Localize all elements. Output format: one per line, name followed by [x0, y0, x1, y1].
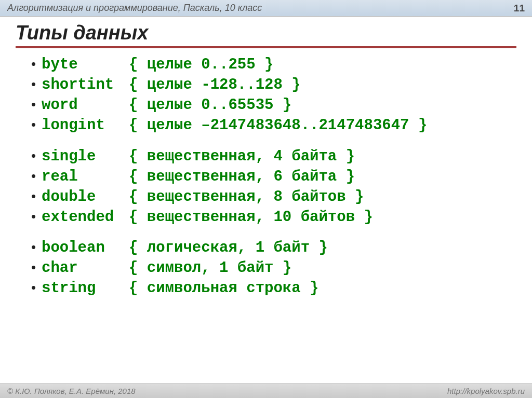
- type-row: • boolean { логическая, 1 байт }: [16, 238, 516, 258]
- type-row: • shortint { целые -128..128 }: [16, 75, 516, 95]
- bullet-icon: •: [31, 279, 42, 297]
- type-name: extended: [42, 207, 129, 227]
- bullet-icon: •: [31, 55, 42, 73]
- type-desc: { целые -128..128 }: [129, 75, 301, 95]
- bullet-icon: •: [31, 95, 42, 114]
- type-name: real: [42, 167, 129, 187]
- type-desc: { целые –2147483648..2147483647 }: [129, 115, 427, 135]
- type-row: • string { символьная строка }: [16, 278, 516, 298]
- type-group-other: • boolean { логическая, 1 байт } • char …: [16, 238, 516, 298]
- footer-copyright: © К.Ю. Поляков, Е.А. Ерёмин, 2018: [7, 387, 136, 395]
- type-name: double: [42, 187, 129, 207]
- footer-bar: © К.Ю. Поляков, Е.А. Ерёмин, 2018 http:/…: [0, 383, 532, 398]
- type-desc: { целые 0..255 }: [129, 54, 273, 75]
- type-desc: { символьная строка }: [129, 278, 318, 298]
- type-desc: { вещественная, 4 байта }: [129, 146, 355, 167]
- type-row: • extended { вещественная, 10 байтов }: [16, 207, 516, 227]
- type-name: shortint: [42, 75, 129, 95]
- type-row: • double { вещественная, 8 байтов }: [16, 187, 516, 207]
- type-row: • char { символ, 1 байт }: [16, 258, 516, 278]
- header-title: Алгоритмизация и программирование, Паска…: [7, 3, 262, 13]
- header-page-number: 11: [514, 3, 525, 14]
- type-desc: { вещественная, 10 байтов }: [129, 207, 373, 227]
- bullet-icon: •: [31, 75, 42, 93]
- type-row: • single { вещественная, 4 байта }: [16, 146, 516, 167]
- type-row: • word { целые 0..65535 }: [16, 95, 516, 115]
- type-name: string: [42, 278, 129, 298]
- type-name: word: [42, 95, 129, 115]
- type-row: • byte { целые 0..255 }: [16, 54, 516, 75]
- type-row: • longint { целые –2147483648..214748364…: [16, 115, 516, 135]
- footer-url: http://kpolyakov.spb.ru: [447, 387, 525, 395]
- type-desc: { символ, 1 байт }: [129, 258, 291, 278]
- type-desc: { вещественная, 8 байтов }: [129, 187, 364, 207]
- type-name: longint: [42, 115, 129, 135]
- bullet-icon: •: [31, 238, 42, 256]
- type-group-integer: • byte { целые 0..255 } • shortint { цел…: [16, 54, 516, 136]
- bullet-icon: •: [31, 258, 42, 277]
- type-name: char: [42, 258, 129, 278]
- type-name: single: [42, 146, 129, 167]
- type-desc: { вещественная, 6 байта }: [129, 167, 355, 187]
- type-row: • real { вещественная, 6 байта }: [16, 167, 516, 187]
- bullet-icon: •: [31, 147, 42, 165]
- bullet-icon: •: [31, 208, 42, 226]
- bullet-icon: •: [31, 167, 42, 185]
- type-name: byte: [42, 54, 129, 75]
- type-desc: { целые 0..65535 }: [129, 95, 291, 115]
- type-name: boolean: [42, 238, 129, 258]
- slide-title: Типы данных: [16, 22, 516, 48]
- bullet-icon: •: [31, 116, 42, 134]
- header-bar: Алгоритмизация и программирование, Паска…: [0, 0, 532, 17]
- slide-body: Типы данных • byte { целые 0..255 } • sh…: [0, 17, 532, 299]
- bullet-icon: •: [31, 187, 42, 205]
- type-desc: { логическая, 1 байт }: [129, 238, 328, 258]
- type-group-real: • single { вещественная, 4 байта } • rea…: [16, 146, 516, 228]
